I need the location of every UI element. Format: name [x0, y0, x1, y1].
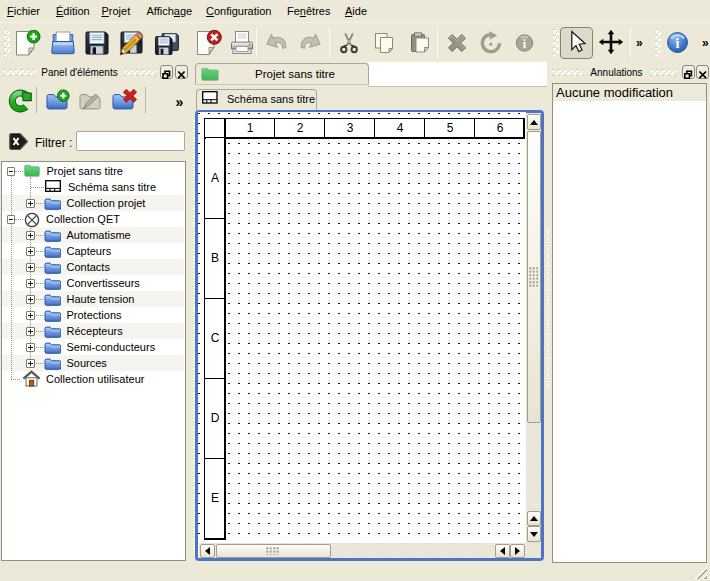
- svg-text:i: i: [676, 36, 680, 51]
